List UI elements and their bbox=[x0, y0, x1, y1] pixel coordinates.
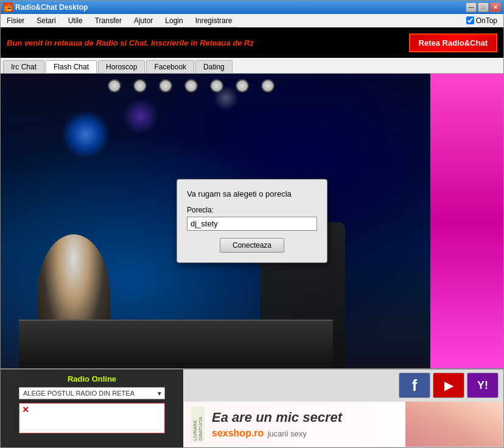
yahoo-icon[interactable]: Y! bbox=[467, 373, 499, 398]
header-banner: Bun venit in reteaua de Radio si Chat. I… bbox=[1, 27, 503, 58]
tab-facebook[interactable]: Facebook bbox=[146, 60, 194, 73]
menu-bar: Fisier Setari Utile Transfer Ajutor Logi… bbox=[1, 14, 238, 27]
ontop-label[interactable]: OnTop bbox=[476, 16, 497, 25]
ad-sub-row: sexshop.ro jucarii sexy bbox=[212, 428, 342, 439]
ad-image bbox=[405, 402, 503, 447]
tabs-bar: Irc Chat Flash Chat Horoscop Facebook Da… bbox=[1, 58, 503, 74]
flash-chat-area: Va rugam sa alegeti o porecla Porecla: C… bbox=[1, 74, 503, 368]
radio-player: ✕ bbox=[19, 403, 165, 433]
ad-side-text: LIVRARE GRATUITA bbox=[191, 407, 205, 442]
tab-dating[interactable]: Dating bbox=[195, 60, 233, 73]
social-area: f ▶ Y! LIVRARE GRATUITA Ea are un mic se… bbox=[183, 369, 503, 447]
main-content: Va rugam sa alegeti o porecla Porecla: C… bbox=[1, 74, 503, 447]
social-icons-row: f ▶ Y! bbox=[183, 369, 503, 401]
menu-fisier[interactable]: Fisier bbox=[3, 15, 28, 26]
ontop-checkbox[interactable] bbox=[466, 16, 474, 24]
porecla-label: Porecla: bbox=[187, 206, 317, 214]
window-title: Radio&Chat Desktop bbox=[15, 3, 88, 12]
radio-select[interactable]: ALEGE POSTUL RADIO DIN RETEA Radio ZU Pr… bbox=[19, 387, 165, 399]
radio-title: Radio Online bbox=[68, 374, 116, 383]
tab-irc[interactable]: Irc Chat bbox=[3, 60, 44, 73]
nickname-input[interactable] bbox=[187, 217, 317, 231]
tab-horoscop[interactable]: Horoscop bbox=[98, 60, 145, 73]
ad-text-block: Ea are un mic secret sexshop.ro jucarii … bbox=[212, 410, 342, 439]
facebook-icon[interactable]: f bbox=[399, 373, 430, 398]
title-bar: 📻 Radio&Chat Desktop — □ ✕ bbox=[1, 1, 503, 14]
menu-setari[interactable]: Setari bbox=[33, 15, 59, 26]
radio-select-wrapper: ALEGE POSTUL RADIO DIN RETEA Radio ZU Pr… bbox=[19, 387, 165, 399]
ad-banner[interactable]: LIVRARE GRATUITA Ea are un mic secret se… bbox=[183, 401, 503, 447]
conecteaza-button[interactable]: Conecteaza bbox=[220, 238, 284, 253]
app-icon: 📻 bbox=[3, 2, 13, 12]
menu-inregistrare[interactable]: Inregistrare bbox=[192, 15, 236, 26]
tab-flash[interactable]: Flash Chat bbox=[46, 60, 97, 73]
nickname-dialog: Va rugam sa alegeti o porecla Porecla: C… bbox=[177, 179, 327, 263]
ad-main-text: Ea are un mic secret bbox=[212, 410, 342, 425]
menu-utile[interactable]: Utile bbox=[65, 15, 86, 26]
ad-brand: sexshop.ro bbox=[212, 428, 264, 439]
modal-title: Va rugam sa alegeti o porecla bbox=[187, 189, 317, 198]
ad-description: jucarii sexy bbox=[267, 429, 306, 438]
close-button[interactable]: ✕ bbox=[490, 2, 501, 12]
menu-transfer[interactable]: Transfer bbox=[91, 15, 125, 26]
header-text: Bun venit in reteaua de Radio si Chat. I… bbox=[7, 38, 254, 47]
radio-panel: Radio Online ALEGE POSTUL RADIO DIN RETE… bbox=[1, 369, 183, 447]
minimize-button[interactable]: — bbox=[466, 2, 477, 12]
header-logo: Retea Radio&Chat bbox=[409, 33, 497, 52]
modal-overlay: Va rugam sa alegeti o porecla Porecla: C… bbox=[1, 74, 503, 368]
title-bar-buttons: — □ ✕ bbox=[466, 2, 501, 12]
main-window: 📻 Radio&Chat Desktop — □ ✕ Fisier Setari… bbox=[0, 0, 504, 448]
menu-login[interactable]: Login bbox=[161, 15, 186, 26]
player-close-icon[interactable]: ✕ bbox=[22, 405, 29, 415]
youtube-icon[interactable]: ▶ bbox=[433, 373, 464, 398]
maximize-button[interactable]: □ bbox=[478, 2, 489, 12]
menu-ajutor[interactable]: Ajutor bbox=[130, 15, 156, 26]
bottom-area: Radio Online ALEGE POSTUL RADIO DIN RETE… bbox=[1, 368, 503, 447]
